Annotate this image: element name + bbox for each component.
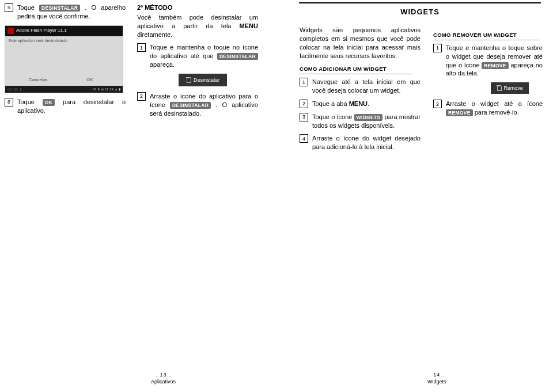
- step-number: 1: [137, 43, 146, 52]
- dialog-titlebar: Adobe Flash Player 11.1: [5, 26, 123, 36]
- step-number: 5: [5, 3, 13, 12]
- step-text: para removê-lo.: [475, 109, 519, 116]
- step-number: 6: [5, 98, 13, 106]
- step-number: 4: [300, 134, 308, 143]
- step-text: Navegue até a tela inicial em que você d…: [312, 78, 421, 94]
- page-number: . 13 .: [151, 371, 176, 378]
- page-footer-13: . 13 . Aplicativos: [151, 371, 176, 385]
- pill-widgets: WIDGETS: [354, 114, 383, 121]
- column-3: Widgets são pequenos aplicativos complet…: [300, 26, 421, 156]
- step-text: Toque: [17, 4, 39, 11]
- step-text: Arraste o ícone do widget desejado para …: [312, 135, 421, 150]
- step-number: 1: [433, 44, 442, 52]
- column-4: COMO REMOVER UM WIDGET 1 Toque e mantenh…: [433, 26, 543, 121]
- status-bar-mock: ◁ ○ ▢ ⋮ ↕ ✉ ⬇ ψ 12:13 ▲ ▮: [5, 86, 123, 93]
- step-text: apareça.: [150, 61, 175, 68]
- step-2: 2 Arraste o ícone do aplicativo para o í…: [137, 92, 258, 118]
- step-number: 2: [137, 92, 146, 101]
- step-text: Toque o ícone: [312, 113, 354, 120]
- step-text: Toque a aba: [312, 100, 349, 107]
- step-number: 1: [300, 78, 308, 86]
- widgets-intro: Widgets são pequenos aplicativos complet…: [300, 26, 421, 60]
- desinstalar-button-mock: Desinstalar: [179, 74, 227, 86]
- page-label: Widgets: [427, 378, 446, 385]
- column-1: 5 Toque DESINSTALAR . O aparelho pedirá …: [5, 3, 126, 119]
- column-2: 2º MÉTODO Você também pode desinstalar u…: [137, 3, 258, 122]
- step-number: 3: [300, 113, 308, 121]
- step-text: Toque: [17, 98, 43, 105]
- remove-button-mock: Remove: [491, 82, 529, 94]
- pill-ok: OK: [43, 99, 55, 106]
- step-5: 5 Toque DESINSTALAR . O aparelho pedirá …: [5, 3, 126, 21]
- nav-icons: ◁ ○ ▢ ⋮: [7, 87, 22, 92]
- step-2: 2 Arraste o widget até o ícone REMOVE pa…: [433, 100, 543, 117]
- pill-desinstalar: DESINSTALAR: [39, 5, 80, 12]
- step-4: 4 Arraste o ícone do widget desejado par…: [300, 134, 421, 151]
- page-number: . 14 .: [427, 371, 446, 378]
- step-6: 6 Toque OK para desinstalar o aplicativo…: [5, 98, 126, 115]
- flash-icon: [7, 28, 14, 34]
- subheading-remove-widget: COMO REMOVER UM WIDGET: [433, 32, 540, 40]
- trash-icon: [497, 85, 501, 91]
- subheading-add-widget: COMO ADICIONAR UM WIDGET: [300, 66, 412, 74]
- page-footer-14: . 14 . Widgets: [427, 371, 446, 385]
- trash-icon: [186, 77, 191, 83]
- cancel-button-mock: Cancelar: [12, 77, 64, 83]
- uninstall-dialog-screenshot: Adobe Flash Player 11.1 Este aplicativo …: [5, 25, 123, 93]
- pill-remove: REMOVE: [446, 109, 473, 116]
- step-3: 3 Toque o ícone WIDGETS para mostrar tod…: [300, 113, 421, 130]
- dialog-message: Este aplicativo será desinstalado: [9, 38, 67, 43]
- pill-desinstalar: DESINSTALAR: [170, 102, 211, 109]
- step-2: 2 Toque a aba MENU.: [300, 100, 421, 108]
- step-number: 2: [433, 100, 442, 108]
- pill-remove: REMOVE: [482, 62, 509, 69]
- method-intro: Você também pode desinstalar um aplicati…: [137, 13, 258, 39]
- step-text: Arraste o widget até o ícone: [446, 100, 543, 107]
- dialog-title: Adobe Flash Player 11.1: [16, 28, 67, 34]
- page-label: Aplicativos: [151, 378, 176, 385]
- status-icons: ↕ ✉ ⬇ ψ 12:13 ▲ ▮: [91, 87, 120, 92]
- step-1: 1 Toque e mantenha o toque sobre o widge…: [433, 44, 543, 78]
- pill-desinstalar: DESINSTALAR: [217, 53, 258, 60]
- ok-button-mock: OK: [64, 77, 116, 83]
- step-1: 1 Navegue até a tela inicial em que você…: [300, 78, 421, 95]
- widgets-section-heading: WIDGETS: [299, 2, 541, 17]
- method-heading: 2º MÉTODO: [137, 3, 258, 12]
- step-1: 1 Toque e mantenha o toque no ícone do a…: [137, 43, 258, 69]
- step-number: 2: [300, 100, 308, 108]
